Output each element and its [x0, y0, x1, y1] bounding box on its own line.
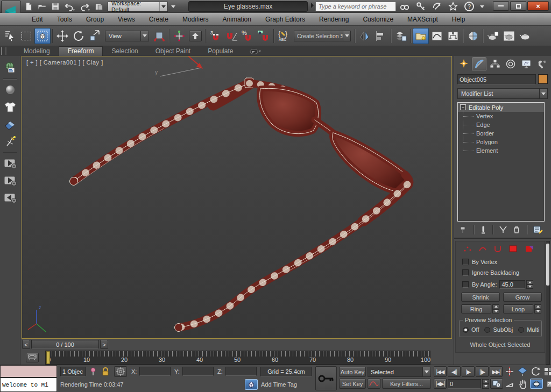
- play-animation-icon[interactable]: |▶: [462, 366, 475, 377]
- pan-hand-icon[interactable]: [517, 379, 529, 389]
- rendered-frame-window-icon[interactable]: [501, 28, 517, 44]
- selection-region-icon[interactable]: [18, 28, 34, 44]
- loop-button[interactable]: Loop: [503, 304, 533, 313]
- ribbon-tab-populate[interactable]: Populate: [199, 47, 242, 56]
- key-tool-icon[interactable]: [415, 2, 426, 11]
- next-frame-icon[interactable]: ||▶: [476, 366, 489, 377]
- object-color-swatch[interactable]: [538, 74, 548, 84]
- tab-utilities-icon[interactable]: [534, 57, 549, 70]
- maxscript-mini-listener[interactable]: Welcome to Mi: [0, 377, 57, 392]
- menu-customize[interactable]: Customize: [356, 13, 400, 26]
- maximize-viewport-toggle-icon[interactable]: [542, 367, 551, 376]
- stack-subobject-element[interactable]: Element: [458, 146, 544, 155]
- vertex-subobject-icon[interactable]: [463, 245, 472, 253]
- by-vertex-checkbox[interactable]: By Vertex: [462, 259, 497, 265]
- ribbon-config-icon[interactable]: [250, 49, 262, 54]
- preview-subobj-radio[interactable]: SubObj: [484, 326, 513, 333]
- tab-modify-icon[interactable]: [472, 57, 486, 70]
- redo-icon[interactable]: [79, 2, 90, 11]
- menu-create[interactable]: Create: [142, 13, 175, 26]
- stack-item-editable-poly[interactable]: − Editable Poly: [458, 103, 544, 112]
- y-coordinate-field[interactable]: [182, 367, 214, 376]
- ribbon-grip[interactable]: [1, 47, 6, 55]
- menu-rendering[interactable]: Rendering: [312, 13, 356, 26]
- search-history-caret[interactable]: [310, 2, 314, 9]
- percent-snap-toggle-icon[interactable]: %: [239, 28, 256, 44]
- toggle-scene-explorer-icon[interactable]: [413, 28, 429, 44]
- render-setup-icon[interactable]: [485, 28, 501, 44]
- stack-subobject-vertex[interactable]: Vertex: [458, 112, 544, 120]
- set-keys-key-icon[interactable]: [315, 366, 337, 390]
- keyboard-shortcut-override-icon[interactable]: [187, 28, 203, 44]
- new-file-icon[interactable]: [24, 2, 33, 11]
- checkbox-box[interactable]: [462, 259, 469, 265]
- maxscript-macro-recorder-pane[interactable]: [0, 365, 57, 377]
- tab-display-icon[interactable]: [519, 57, 533, 70]
- menu-edit[interactable]: Edit: [25, 13, 50, 26]
- workspace-flyout-caret[interactable]: [171, 5, 175, 8]
- panel-scrollbar-thumb[interactable]: [546, 244, 549, 286]
- select-object-icon[interactable]: [34, 28, 51, 44]
- ring-spinner[interactable]: [492, 304, 499, 313]
- edge-subobject-icon[interactable]: [478, 245, 487, 253]
- menu-graph-editors[interactable]: Graph Editors: [258, 13, 312, 26]
- save-icon[interactable]: [51, 2, 60, 11]
- default-in-out-tangents-icon[interactable]: [368, 379, 380, 389]
- current-frame-field[interactable]: 0: [448, 379, 481, 389]
- align-icon[interactable]: [373, 28, 389, 44]
- play-gear-icon[interactable]: [2, 173, 18, 188]
- tab-motion-icon[interactable]: [503, 57, 518, 70]
- close-button[interactable]: ×: [527, 1, 549, 11]
- select-and-scale-icon[interactable]: [87, 28, 103, 44]
- zoom-extents-icon[interactable]: [517, 367, 528, 376]
- select-and-manipulate-icon[interactable]: [171, 28, 187, 44]
- pin-stack-icon[interactable]: [458, 225, 468, 234]
- reference-coordinate-dropdown[interactable]: View: [105, 31, 149, 41]
- viewport-canvas[interactable]: y: [22, 56, 451, 338]
- next-frame-slider-button[interactable]: >: [100, 340, 108, 349]
- preview-off-radio[interactable]: Off: [463, 326, 479, 333]
- checkbox-box[interactable]: [462, 269, 469, 276]
- use-pivot-point-icon[interactable]: [151, 28, 167, 44]
- search-input[interactable]: Type a keyword or phrase: [315, 2, 396, 11]
- spinner-snap-toggle-icon[interactable]: [256, 28, 272, 44]
- modifier-stack[interactable]: − Editable Poly Vertex Edge Border Polyg…: [457, 102, 545, 222]
- truck-camera-arrow-icon[interactable]: [504, 380, 516, 388]
- dolly-camera-icon[interactable]: [504, 367, 515, 376]
- auto-key-button[interactable]: Auto Key: [339, 367, 366, 377]
- time-slider-handle[interactable]: 0 / 100: [31, 340, 99, 349]
- eraser-tool-icon[interactable]: [2, 117, 18, 132]
- configure-modifier-sets-icon[interactable]: [533, 225, 543, 234]
- select-and-rotate-icon[interactable]: [70, 28, 87, 44]
- previous-frame-slider-button[interactable]: <: [22, 340, 30, 349]
- help-caret[interactable]: [480, 5, 484, 8]
- field-of-view-icon[interactable]: [529, 367, 541, 376]
- selection-lock-pin-icon[interactable]: [89, 367, 97, 376]
- checkbox-box[interactable]: [462, 281, 469, 288]
- preview-multi-radio[interactable]: Multi: [518, 326, 539, 333]
- material-editor-icon[interactable]: [465, 28, 481, 44]
- schematic-view-icon[interactable]: [445, 28, 461, 44]
- time-slider-marker[interactable]: [46, 351, 50, 364]
- web-publish-icon[interactable]: [2, 60, 18, 75]
- snaps-toggle-icon[interactable]: 3: [207, 28, 223, 44]
- z-coordinate-field[interactable]: [225, 367, 257, 376]
- ring-button[interactable]: Ring: [461, 304, 491, 313]
- camera-viewport[interactable]: y: [22, 56, 452, 339]
- stack-subobject-border[interactable]: Border: [458, 129, 544, 138]
- mirror-icon[interactable]: [357, 28, 373, 44]
- isolate-selection-icon[interactable]: [245, 379, 258, 390]
- workspace-dropdown[interactable]: Workspace: Default: [108, 2, 168, 12]
- select-and-move-icon[interactable]: [54, 28, 70, 44]
- search-binoculars-icon[interactable]: [399, 2, 410, 11]
- communication-center-icon[interactable]: [432, 2, 442, 11]
- border-subobject-icon[interactable]: [493, 245, 502, 253]
- stack-subobject-edge[interactable]: Edge: [458, 120, 544, 129]
- absolute-mode-transform-icon[interactable]: [114, 366, 127, 377]
- menu-views[interactable]: Views: [111, 13, 142, 26]
- tab-hierarchy-icon[interactable]: [488, 57, 502, 70]
- select-and-link-icon[interactable]: [2, 28, 18, 44]
- modifier-list-dropdown[interactable]: Modifier List: [457, 88, 548, 99]
- previous-frame-icon[interactable]: ◀||: [448, 366, 461, 377]
- key-mode-dropdown[interactable]: Selected: [368, 367, 431, 377]
